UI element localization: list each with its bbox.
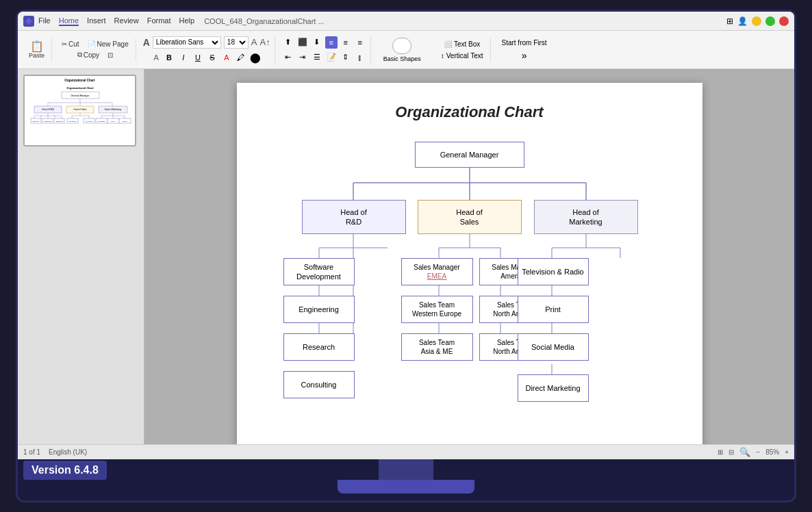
basic-shapes-button[interactable]: Basic Shapes bbox=[378, 36, 427, 64]
shapes-icon bbox=[392, 38, 411, 54]
text-box-button[interactable]: ⬜ Text Box bbox=[440, 39, 483, 49]
svg-text:SM Amer: SM Amer bbox=[86, 120, 92, 123]
align-middle-button[interactable]: ⬛ bbox=[296, 36, 309, 49]
menu-bar: File Home Insert Review Format Help bbox=[38, 16, 194, 26]
svg-text:Print: Print bbox=[111, 120, 114, 123]
align-bottom-button[interactable]: ⬇ bbox=[311, 36, 323, 49]
font-size-select[interactable]: 18 bbox=[224, 36, 249, 49]
svg-text:Head of Marketing: Head of Marketing bbox=[105, 108, 122, 111]
minimize-button[interactable] bbox=[752, 16, 761, 26]
clone-icon: ⊡ bbox=[107, 51, 113, 59]
engineering-box: Engineering bbox=[283, 296, 355, 323]
start-from-first-button[interactable]: Start from First bbox=[498, 38, 550, 48]
view-web-icon[interactable]: ⊟ bbox=[728, 448, 734, 456]
new-page-button[interactable]: 📄 New Page bbox=[85, 40, 131, 49]
stand-neck bbox=[379, 459, 433, 480]
sales-team-asia-box: Sales TeamAsia & ME bbox=[401, 333, 473, 361]
spacing-button[interactable]: ⇕ bbox=[340, 51, 352, 64]
menu-review[interactable]: Review bbox=[114, 16, 139, 26]
align-center-button[interactable]: ≡ bbox=[340, 36, 352, 49]
slide-thumbnail[interactable]: Organizational Chart Organizational Char… bbox=[23, 75, 136, 146]
title-bar: File Home Insert Review Format Help COOL… bbox=[18, 12, 794, 31]
svg-text:Head of Sales: Head of Sales bbox=[74, 108, 87, 111]
clone-button[interactable]: ⊡ bbox=[105, 51, 116, 60]
maximize-button[interactable] bbox=[765, 16, 775, 26]
menu-home[interactable]: Home bbox=[59, 16, 79, 26]
svg-text:Research: Research bbox=[56, 120, 64, 123]
document-title: Organizational Chart bbox=[264, 103, 675, 121]
font-group: A Liberation Sans 18 A A↑ A B I U S bbox=[139, 35, 275, 65]
align-top-button[interactable]: ⬆ bbox=[282, 36, 294, 49]
paste-button[interactable]: 📋 Paste bbox=[26, 40, 47, 60]
head-sales-box: Head ofSales bbox=[418, 200, 522, 234]
vertical-text-icon: ↕ bbox=[441, 52, 444, 60]
list-numbered-button[interactable]: 📝 bbox=[325, 51, 338, 64]
italic-button[interactable]: I bbox=[177, 51, 190, 64]
font-aa-small-icon: A bbox=[251, 37, 257, 47]
cut-icon: ✂ bbox=[62, 40, 67, 48]
menu-insert[interactable]: Insert bbox=[87, 16, 106, 26]
user-icon[interactable]: 👤 bbox=[737, 16, 748, 26]
new-page-icon: 📄 bbox=[88, 40, 96, 48]
document-area: Organizational Chart bbox=[144, 69, 794, 444]
alignment-group: ⬆ ⬛ ⬇ ≡ ≡ ≡ ⇤ ⇥ ☰ 📝 ⇕ ⫿ bbox=[278, 35, 371, 65]
cut-button[interactable]: ✂ Cut bbox=[59, 40, 82, 49]
paste-group: 📋 Paste bbox=[22, 38, 52, 62]
language-indicator[interactable]: English (UK) bbox=[49, 448, 87, 456]
consulting-box: Consulting bbox=[283, 371, 355, 398]
align-right-button[interactable]: ≡ bbox=[354, 36, 366, 49]
underline-button[interactable]: U bbox=[192, 51, 204, 64]
font-bold-icon: A bbox=[152, 53, 161, 62]
indent-left-button[interactable]: ⇤ bbox=[282, 51, 294, 64]
menu-help[interactable]: Help bbox=[179, 16, 195, 26]
shadow-button[interactable]: ⬤ bbox=[249, 51, 262, 64]
org-chart-container: General Manager Head ofR&D Head ofSales bbox=[264, 135, 675, 444]
indent-right-button[interactable]: ⇥ bbox=[296, 51, 309, 64]
svg-text:SM EMEA: SM EMEA bbox=[68, 120, 77, 123]
zoom-plus-button[interactable]: + bbox=[785, 448, 789, 456]
sidebar-toggle-icon[interactable]: ⊞ bbox=[726, 16, 733, 26]
columns-button[interactable]: ⫿ bbox=[354, 51, 366, 64]
direct-marketing-box: Direct Marketing bbox=[518, 374, 589, 402]
vertical-text-button[interactable]: ↕ Vertical Text bbox=[437, 51, 487, 61]
monitor-stand bbox=[18, 459, 794, 500]
window-controls: ⊞ 👤 bbox=[726, 16, 789, 26]
menu-format[interactable]: Format bbox=[147, 16, 171, 26]
font-family-select[interactable]: Liberation Sans bbox=[153, 36, 221, 49]
strikethrough-button[interactable]: S bbox=[206, 51, 218, 64]
sales-team-we-box: Sales TeamWestern Europe bbox=[401, 296, 473, 323]
font-color-button[interactable]: A bbox=[220, 51, 233, 64]
svg-text:Social: Social bbox=[123, 120, 127, 123]
monitor: File Home Insert Review Format Help COOL… bbox=[16, 10, 796, 502]
svg-text:Soft Dev: Soft Dev bbox=[32, 120, 39, 123]
bold-button[interactable]: B bbox=[163, 51, 175, 64]
list-button[interactable]: ☰ bbox=[311, 51, 323, 64]
textbox-icon: ⬜ bbox=[444, 40, 452, 48]
zoom-out-button[interactable]: 🔍 bbox=[739, 447, 750, 457]
svg-text:Engineer: Engineer bbox=[45, 120, 51, 123]
slide-panel: Organizational Chart Organizational Char… bbox=[18, 69, 144, 444]
thumb-chart-svg: Organizational Chart General Manager Hea… bbox=[27, 84, 134, 145]
social-media-box: Social Media bbox=[518, 333, 589, 361]
screen: File Home Insert Review Format Help COOL… bbox=[18, 12, 794, 459]
stand-base bbox=[338, 480, 474, 494]
tv-radio-box: Television & Radio bbox=[518, 258, 589, 285]
highlight-button[interactable]: 🖍 bbox=[235, 51, 247, 64]
gm-box: General Manager bbox=[415, 142, 524, 168]
filename: COOL_648_OrganazationalChart ... bbox=[204, 17, 325, 25]
print-box: Print bbox=[518, 296, 589, 323]
svg-text:General Manager: General Manager bbox=[71, 94, 90, 97]
svg-text:Head of R&D: Head of R&D bbox=[42, 108, 55, 111]
zoom-minus-button[interactable]: − bbox=[756, 448, 760, 456]
shapes-group: Basic Shapes bbox=[374, 34, 431, 66]
copy-button[interactable]: ⧉ Copy bbox=[75, 50, 102, 60]
align-left-button[interactable]: ≡ bbox=[325, 36, 338, 49]
research-box: Research bbox=[283, 333, 355, 361]
view-normal-icon[interactable]: ⊞ bbox=[718, 448, 723, 456]
clipboard-group: ✂ Cut 📄 New Page ⧉ Copy ⊡ bbox=[55, 38, 136, 61]
menu-file[interactable]: File bbox=[38, 16, 51, 26]
close-button[interactable] bbox=[779, 16, 789, 26]
expand-toolbar-button[interactable]: » bbox=[518, 49, 531, 62]
svg-text:TV&Radio: TV&Radio bbox=[97, 120, 105, 123]
zoom-level: 85% bbox=[765, 448, 779, 456]
